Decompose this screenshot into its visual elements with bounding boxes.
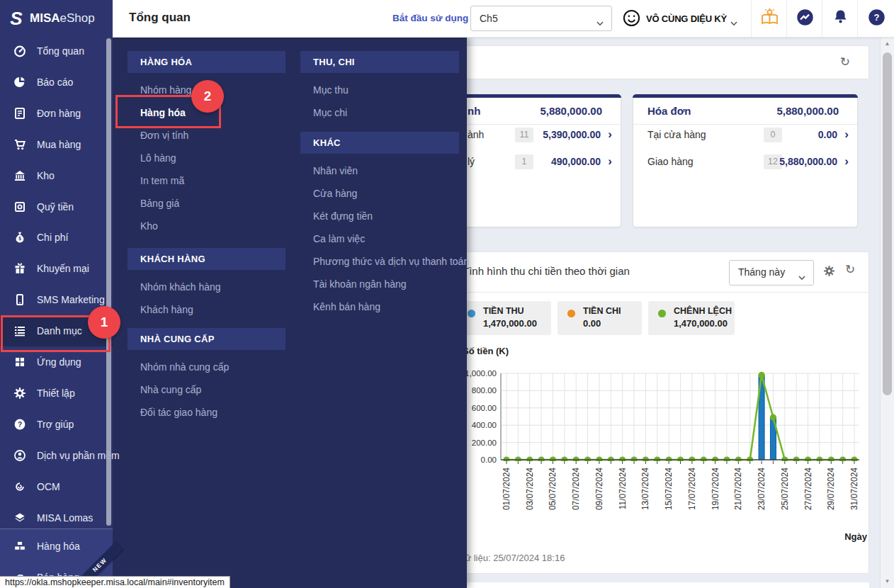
megamenu-item[interactable]: Mục thu (300, 79, 459, 101)
whats-new-button[interactable] (751, 0, 787, 37)
megamenu-item[interactable]: Kênh bán hàng (300, 295, 459, 318)
legend-label: TIỀN THU (483, 306, 543, 316)
sidebar-item-ung-dung[interactable]: Ứng dụng (0, 346, 113, 378)
sidebar-item-khuyen-mai[interactable]: Khuyến mại (0, 253, 113, 284)
sidebar-item-label: Kho (37, 170, 55, 181)
sidebar-item-label: Đơn hàng (37, 108, 81, 119)
scroll-down-icon[interactable]: ▼ (881, 578, 894, 584)
period-select-value: Tháng này (738, 266, 785, 278)
sidebar-item-don-hang[interactable]: Đơn hàng (0, 98, 113, 129)
app-logo[interactable]: S MISAeShop (0, 0, 113, 37)
megamenu-item[interactable]: Nhân viên (300, 159, 459, 182)
megamenu-item[interactable]: Ca làm việc (300, 227, 459, 250)
sidebar-item-label: OCM (37, 481, 60, 492)
question-mark-icon: ? (867, 8, 886, 30)
messenger-button[interactable] (786, 0, 822, 37)
svg-text:?: ? (18, 420, 22, 428)
svg-text:?: ? (873, 12, 879, 23)
count-badge: 11 (515, 128, 533, 142)
sidebar-item-label: Khuyến mại (37, 263, 89, 274)
period-select[interactable]: Tháng này (729, 260, 814, 285)
grid-icon (13, 356, 26, 368)
sidebar-item-kho[interactable]: Kho (0, 160, 113, 191)
scroll-up-icon[interactable]: ▲ (881, 40, 894, 47)
sidebar-item-thiet-lap[interactable]: Thiết lập (0, 378, 113, 409)
sidebar-item-label: Mua hàng (37, 139, 81, 150)
megamenu-section: HÀNG HÓANhóm hàng hóaHàng hóaĐơn vị tính… (128, 51, 285, 237)
refresh-icon[interactable]: ↻ (845, 262, 855, 277)
svg-text:27/07/2024: 27/07/2024 (803, 468, 813, 510)
legend-tien-thu[interactable]: TIỀN THU 1,470,000.00 (458, 301, 551, 335)
notifications-button[interactable] (822, 0, 858, 37)
megamenu-item[interactable]: Phương thức và dịch vụ thanh toán (300, 250, 459, 273)
annotation-badge-2: 2 (191, 80, 224, 113)
warehouse-icon (13, 169, 26, 182)
megamenu-item[interactable]: Lô hàng (128, 147, 285, 169)
megamenu-item[interactable]: In tem mã (128, 169, 285, 192)
legend-tien-chi[interactable]: TIỀN CHI 0.00 (558, 301, 642, 335)
branch-select[interactable]: Ch5 (470, 6, 612, 31)
smiley-avatar-icon[interactable] (623, 9, 640, 27)
start-using-link[interactable]: Bắt đầu sử dụng (392, 13, 468, 23)
refresh-icon[interactable]: ↻ (840, 55, 850, 69)
megamenu-item[interactable]: Nhóm nhà cung cấp (128, 356, 285, 378)
megamenu-section-header: KHÁCH HÀNG (128, 248, 285, 270)
count-badge: 0 (764, 128, 782, 142)
sidebar-item-mua-hang[interactable]: Mua hàng (0, 129, 113, 160)
chevron-right-icon[interactable]: › (608, 128, 612, 142)
legend-value: 0.00 (583, 318, 633, 329)
sidebar-item-tro-giup[interactable]: ?Trợ giúp (0, 409, 113, 440)
megamenu-item[interactable]: Bảng giá (128, 192, 285, 215)
user-menu[interactable]: VÔ CÙNG DIỆU KỲ (646, 13, 727, 24)
legend-dot-blue (468, 310, 475, 317)
sidebar-scrollbar-thumb[interactable] (106, 38, 111, 526)
card-row[interactable]: Giao hàng 12 5,880,000.00 › (633, 154, 857, 171)
legend-dot-orange (567, 310, 575, 317)
sidebar-item-label: Tổng quan (37, 45, 84, 57)
megamenu-item[interactable]: Đối tác giao hàng (128, 401, 285, 424)
gear-icon[interactable] (823, 265, 835, 277)
page-title: Tổng quan (129, 11, 191, 25)
chevron-right-icon[interactable]: › (608, 154, 612, 169)
svg-text:03/07/2024: 03/07/2024 (525, 468, 535, 510)
megamenu-item[interactable]: Nhóm khách hàng (128, 276, 285, 298)
megamenu-item[interactable]: Tài khoản ngân hàng (300, 273, 459, 295)
vertical-scrollbar[interactable]: ▲ ▼ (880, 37, 894, 588)
card-row[interactable]: Tại cửa hàng 0 0.00 › (633, 127, 857, 144)
sidebar-item-quy-tien[interactable]: Quỹ tiền (0, 191, 113, 222)
legend-chenh-lech[interactable]: CHÊNH LỆCH 1,470,000.00 (648, 301, 735, 335)
top-header: Tổng quan Bắt đầu sử dụng Ch5 VÔ CÙNG DI… (113, 0, 894, 38)
svg-text:400.00: 400.00 (472, 421, 497, 429)
sidebar-item-chi-phi[interactable]: $Chi phí (0, 222, 113, 253)
sidebar-item-tong-quan[interactable]: Tổng quan (0, 35, 113, 67)
sidebar-item-ocm[interactable]: OCM (0, 471, 113, 502)
card-accent-bar (633, 94, 858, 98)
row-label: Tại cửa hàng (647, 129, 706, 140)
chevron-right-icon[interactable]: › (844, 154, 849, 169)
scrollbar-thumb[interactable] (883, 52, 892, 395)
invoice-summary-card: Hóa đơn 5,880,000.00 Tại cửa hàng 0 0.00… (633, 94, 858, 227)
sidebar-item-hang-hoa[interactable]: Hàng hóa (0, 531, 113, 562)
sidebar-item-label: Trợ giúp (37, 419, 74, 430)
megamenu-item[interactable]: Cửa hàng (300, 182, 459, 205)
megamenu-item[interactable]: Khách hàng (128, 298, 285, 321)
megamenu-item[interactable]: Đơn vị tính (128, 124, 285, 147)
messenger-icon (796, 8, 815, 30)
help-button[interactable]: ? (857, 0, 894, 37)
card-title: nh (468, 105, 480, 117)
divider (633, 124, 857, 125)
gear-icon (13, 387, 26, 400)
megamenu-section-header: HÀNG HÓA (128, 51, 285, 73)
row-label: lý (468, 156, 475, 167)
sidebar-item-label: SMS Marketing (37, 294, 105, 305)
chevron-right-icon[interactable]: › (844, 128, 849, 142)
megamenu-item[interactable]: Mục chi (300, 101, 459, 124)
sidebar-item-bao-cao[interactable]: Báo cáo (0, 67, 113, 98)
svg-text:$: $ (18, 237, 21, 242)
megamenu-item[interactable]: Nhà cung cấp (128, 378, 285, 401)
count-badge: 1 (515, 154, 533, 169)
sidebar-item-dich-vu-phan-mem[interactable]: Dịch vụ phần mềm (0, 440, 113, 471)
chevron-down-icon (730, 16, 737, 29)
megamenu-item[interactable]: Kho (128, 215, 285, 237)
megamenu-item[interactable]: Két đựng tiền (300, 205, 459, 227)
